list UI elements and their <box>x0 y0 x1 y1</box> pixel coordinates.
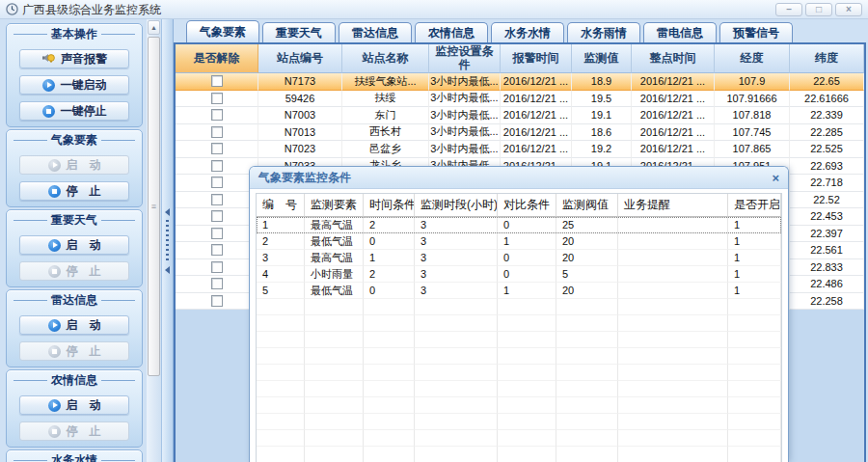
condition-cell: 2 <box>364 266 415 283</box>
column-header[interactable]: 纬度 <box>790 44 864 73</box>
condition-cell <box>618 414 728 430</box>
column-header[interactable]: 站点名称 <box>342 44 429 73</box>
condition-row[interactable]: 3最高气温130201 <box>257 250 781 266</box>
tab[interactable]: 水务水情 <box>491 22 564 42</box>
dialog-title-bar[interactable]: 气象要素监控条件 × <box>250 167 788 189</box>
condition-cell <box>257 447 305 462</box>
tab[interactable]: 雷电信息 <box>643 22 717 42</box>
tab[interactable]: 雷达信息 <box>339 22 412 42</box>
condition-cell <box>364 332 415 348</box>
table-row[interactable]: N7003东门3小时内最低...2016/12/21 ...19.12016/1… <box>176 107 864 124</box>
title-bar: 广西县级综合业务监控系统 – □ × <box>0 0 868 19</box>
condition-column-header[interactable]: 是否开启 <box>728 194 781 217</box>
condition-cell <box>728 315 781 332</box>
table-cell: N7013 <box>258 124 342 142</box>
table-cell: 22.285 <box>790 124 864 142</box>
scrollbar-thumb[interactable]: ≡ <box>148 37 160 376</box>
column-header[interactable]: 监控设置条件 <box>429 44 501 73</box>
column-header[interactable]: 是否解除 <box>176 44 258 73</box>
table-cell: 59426 <box>258 91 342 108</box>
release-checkbox[interactable] <box>211 261 223 273</box>
condition-column-header[interactable]: 监测要素 <box>305 194 364 217</box>
condition-column-header[interactable]: 监测阀值 <box>556 194 618 217</box>
release-checkbox[interactable] <box>211 194 223 205</box>
table-cell: 2016/12/21 ... <box>501 141 572 158</box>
column-header[interactable]: 经度 <box>715 44 790 73</box>
dialog-close-icon[interactable]: × <box>772 172 779 184</box>
release-checkbox[interactable] <box>211 109 223 121</box>
scroll-up-arrow-icon[interactable]: ▲ <box>148 20 160 35</box>
release-checkbox[interactable] <box>211 295 223 307</box>
condition-row[interactable]: 4小时雨量23051 <box>257 266 781 283</box>
column-header[interactable]: 站点编号 <box>258 44 342 73</box>
condition-column-header[interactable]: 对比条件 <box>498 194 556 217</box>
table-cell: 22.52 <box>790 192 864 209</box>
release-checkbox[interactable] <box>211 75 223 87</box>
column-header[interactable]: 报警时间 <box>501 44 572 73</box>
sidebar-scrollbar[interactable]: ▲ ≡ <box>147 19 161 462</box>
release-checkbox[interactable] <box>211 160 223 172</box>
minimize-button[interactable]: – <box>775 3 802 16</box>
release-checkbox[interactable] <box>211 278 223 289</box>
release-checkbox[interactable] <box>211 143 223 154</box>
release-checkbox[interactable] <box>211 93 223 104</box>
tab[interactable]: 农情信息 <box>415 22 488 42</box>
condition-cell: 1 <box>364 250 415 266</box>
collapse-left-icon[interactable] <box>165 208 170 216</box>
tab-bar: 气象要素重要天气雷达信息农情信息水务水情水务雨情雷电信息预警信号 <box>174 19 868 42</box>
condition-row[interactable]: 2最低气温031201 <box>257 233 781 250</box>
condition-grid-body: 1最高气温2302512最低气温0312013最高气温1302014小时雨量23… <box>257 217 781 462</box>
release-checkbox[interactable] <box>211 177 223 188</box>
table-row[interactable]: 59426扶绥3小时内最低...2016/12/21 ...19.52016/1… <box>176 91 864 108</box>
condition-cell <box>305 414 364 430</box>
condition-column-header[interactable]: 监测时段(小时) <box>415 194 498 217</box>
tab[interactable]: 预警信号 <box>719 22 793 42</box>
sidebar-splitter[interactable] <box>161 19 174 462</box>
table-row[interactable]: N7023邑盆乡3小时内最低...2016/12/21 ...19.22016/… <box>176 141 864 158</box>
condition-column-header[interactable]: 业务提醒 <box>618 194 728 217</box>
column-header[interactable]: 整点时间 <box>632 44 715 73</box>
maximize-button[interactable]: □ <box>805 3 832 16</box>
sidebar-group: 气象要素启 动停 止 <box>6 129 143 207</box>
tab[interactable]: 重要天气 <box>262 22 336 42</box>
close-button[interactable]: × <box>835 3 862 16</box>
checkbox-cell <box>176 208 258 226</box>
condition-cell <box>415 365 498 381</box>
table-cell: 107.9 <box>715 73 790 91</box>
table-cell: 22.561 <box>790 242 864 259</box>
condition-column-header[interactable]: 编 号 <box>257 194 305 217</box>
sound-alarm-button[interactable]: 声音报警 <box>19 49 129 68</box>
play-icon <box>48 399 61 412</box>
stop-button[interactable]: 一键停止 <box>19 101 129 121</box>
release-checkbox[interactable] <box>211 210 223 222</box>
table-row[interactable]: N7013西长村3小时内最低...2016/12/21 ...18.62016/… <box>176 124 864 142</box>
start-button[interactable]: 启 动 <box>19 315 129 335</box>
collapse-left-icon[interactable] <box>165 266 170 274</box>
condition-cell <box>498 315 556 332</box>
condition-cell: 20 <box>556 250 618 266</box>
stop-button[interactable]: 停 止 <box>19 181 129 201</box>
condition-cell <box>618 332 728 348</box>
release-checkbox[interactable] <box>211 244 223 256</box>
release-checkbox[interactable] <box>211 228 223 239</box>
condition-cell <box>305 447 364 462</box>
table-cell: 22.339 <box>790 107 864 124</box>
start-button[interactable]: 启 动 <box>19 235 129 255</box>
condition-cell <box>364 381 415 397</box>
table-cell: 东门 <box>342 107 429 124</box>
condition-row[interactable]: 1最高气温230251 <box>257 217 781 233</box>
tab[interactable]: 水务雨情 <box>567 22 640 42</box>
table-row[interactable]: N7173扶绥气象站...3小时内最低...2016/12/21 ...18.9… <box>176 73 864 91</box>
release-checkbox[interactable] <box>211 126 223 138</box>
condition-column-header[interactable]: 时间条件 <box>364 194 415 217</box>
condition-row[interactable]: 5最低气温031201 <box>257 283 781 299</box>
condition-cell <box>728 397 781 414</box>
condition-cell <box>305 397 364 414</box>
column-header[interactable]: 监测值 <box>572 44 632 73</box>
start-button[interactable]: 启 动 <box>19 395 129 415</box>
start-button[interactable]: 一键启动 <box>19 75 129 95</box>
condition-cell <box>728 447 781 462</box>
checkbox-cell <box>176 293 258 311</box>
splitter-grip[interactable] <box>166 220 169 262</box>
tab[interactable]: 气象要素 <box>186 20 259 42</box>
